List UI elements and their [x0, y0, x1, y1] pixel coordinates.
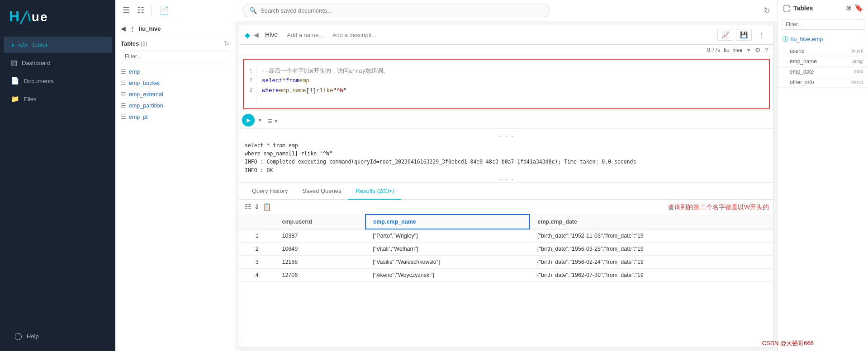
table-name-emp: emp [129, 69, 140, 75]
console-line-4: INFO : OK [245, 166, 768, 174]
row-2-empname: ["Vitali","Welham"] [365, 243, 530, 256]
table-item-emp-external[interactable]: ☰ emp_external [115, 89, 235, 100]
chart-btn[interactable]: 📈 [717, 29, 733, 41]
tab-results[interactable]: Results (200+) [348, 183, 401, 200]
col-userid: emp.userid [275, 215, 365, 229]
tables-actions: ↻ [224, 40, 229, 47]
output-console: - - - select * from emp where emp_name[1… [239, 129, 773, 183]
refresh-tables-btn[interactable]: ↻ [224, 40, 229, 47]
main-area: 🔍 ↻ ◆ ◀ Hive Add a name... Add a descrip… [235, 0, 778, 351]
db-header: ◀ ⋮ liu_hive [115, 21, 235, 36]
sidebar-item-dashboard[interactable]: ▤ Dashboard [4, 54, 112, 71]
search-input[interactable] [261, 7, 543, 14]
table-item-emp-partition[interactable]: ☰ emp_partition [115, 100, 235, 111]
history-btn[interactable]: ◀ [254, 31, 259, 38]
back-btn[interactable]: ◀ [121, 25, 126, 32]
row-num-3: 3 [239, 256, 275, 269]
right-panel-refresh-btn[interactable]: ◯ [783, 4, 791, 12]
console-line-2: where emp_name[1] rlike "^W" [245, 150, 768, 158]
exec-db: liu_hive [724, 47, 743, 53]
db-add-btn[interactable]: 📄 [157, 5, 171, 16]
sidebar-item-help[interactable]: ◯ Help [7, 328, 108, 345]
tab-saved-queries[interactable]: Saved Queries [295, 183, 348, 200]
right-panel-toolbar: ◯ Tables ⊗ 🔖 [778, 0, 868, 16]
results-area: ☷ ⇓ 📋 查询到的第二个名字都是以W开头的 emp.userid emp.em… [239, 200, 773, 347]
db-icon-btn[interactable]: ☰ [121, 5, 132, 16]
db-dropdown-icon[interactable]: ▼ [746, 47, 751, 53]
col-num [239, 215, 275, 229]
exec-info: 0.77s liu_hive ▼ ⚙ ? [239, 45, 773, 56]
more-btn[interactable]: ⋮ [754, 29, 768, 40]
col-emp-name: emp.emp_name [365, 215, 530, 229]
top-refresh-btn[interactable]: ↻ [764, 5, 770, 15]
run-btn[interactable]: ▶ [242, 114, 255, 126]
row-4-empname: ["Akeno","Woyczyznski"] [365, 269, 530, 282]
row-4-empdate: {"birth_date":"1962-07-30","from_date":"… [530, 269, 773, 282]
editor-engine-label: Hive [265, 31, 278, 38]
dashboard-icon: ▤ [11, 59, 17, 67]
row-1-empname: ["Parto","Wrigley"] [365, 229, 530, 243]
table-row: 1 10387 ["Parto","Wrigley"] {"birth_date… [239, 229, 773, 243]
code-bracket: [1] [306, 86, 317, 96]
field-row-empname: emp_name array [778, 56, 868, 67]
db-copy-btn[interactable]: ☷ [135, 5, 146, 16]
field-type-otherinfo: struct [851, 79, 863, 85]
right-panel-close-btn[interactable]: ⊗ [846, 4, 852, 12]
row-num-2: 2 [239, 243, 275, 256]
results-table: emp.userid emp.emp_name emp.emp_date 1 1… [239, 214, 773, 282]
top-bar-right: ↻ [764, 5, 770, 15]
code-from: from [286, 76, 299, 86]
table-item-emp-bucket[interactable]: ☰ emp_bucket [115, 77, 235, 89]
right-table-name[interactable]: ⓘ liu_hive.emp [778, 33, 868, 46]
help-query-icon[interactable]: ? [764, 47, 768, 54]
code-line-2: select * from emp [262, 76, 764, 86]
row-2-userid: 10649 [275, 243, 365, 256]
tab-query-history[interactable]: Query History [245, 183, 295, 200]
right-panel-bookmark-btn[interactable]: 🔖 [854, 4, 863, 12]
right-panel: ◯ Tables ⊗ 🔖 ⓘ liu_hive.emp userid bigin… [778, 0, 868, 351]
field-name-userid: userid [790, 48, 805, 54]
code-field: emp_name [279, 86, 306, 96]
sidebar-item-files-label: Files [24, 96, 36, 103]
code-space: * [282, 76, 286, 86]
table-row: 4 12706 ["Akeno","Woyczyznski"] {"birth_… [239, 269, 773, 282]
sidebar-item-files[interactable]: 📁 Files [4, 90, 112, 108]
sidebar-item-editor[interactable]: ► </> Editor [4, 37, 112, 53]
add-desc-btn[interactable]: Add a descripti... [330, 31, 379, 39]
console-sep-bottom: - - - [245, 175, 768, 183]
table-icon: ☰ [121, 102, 126, 109]
db-panel-toolbar: ☰ ☷ 📄 [115, 0, 235, 21]
download-btn[interactable]: ⇓ [254, 202, 260, 211]
db-stack-icon: ⋮ [129, 25, 135, 32]
add-name-btn[interactable]: Add a name... [284, 31, 326, 39]
table-item-emp[interactable]: ☰ emp [115, 66, 235, 77]
editor-toolbar-right: 📈 💾 ⋮ [717, 29, 768, 41]
code-content[interactable]: --最后一个名字以W开头的，访问array数组调。 select * from … [256, 65, 769, 103]
table-icon: ☰ [121, 80, 126, 86]
logo-area: H╱\ue [0, 0, 115, 32]
table-row: 2 10649 ["Vitali","Welham"] {"birth_date… [239, 243, 773, 256]
editor-container: ◆ ◀ Hive Add a name... Add a descripti..… [239, 25, 774, 347]
output-btn[interactable]: ☰ ▼ [268, 118, 279, 124]
code-string: "^W" [333, 86, 347, 96]
row-3-empname: ["Vasilis","Waleschkowski"] [365, 256, 530, 269]
save-btn[interactable]: 💾 [736, 29, 752, 41]
sidebar-item-documents[interactable]: 📄 Documents [4, 72, 112, 89]
sidebar-nav: ► </> Editor ▤ Dashboard 📄 Documents 📁 F… [0, 32, 115, 321]
sidebar-item-help-label: Help [27, 333, 39, 340]
grid-view-btn[interactable]: ☷ [245, 202, 251, 211]
settings-icon[interactable]: ⚙ [755, 47, 761, 54]
db-panel: ☰ ☷ 📄 ◀ ⋮ liu_hive Tables (5) ↻ ☰ emp ☰ … [115, 0, 235, 351]
table-item-emp-pt[interactable]: ☰ emp_pt [115, 111, 235, 122]
right-filter-input[interactable] [782, 19, 864, 30]
run-area: ▶ ▼ ☰ ▼ [239, 112, 773, 129]
table-name-emp-bucket: emp_bucket [129, 80, 160, 86]
right-panel-title: Tables [793, 5, 843, 12]
row-2-empdate: {"birth_date":"1956-03-25","from_date":"… [530, 243, 773, 256]
field-type-empname: array [852, 58, 863, 65]
tables-filter-input[interactable] [121, 51, 229, 62]
run-dropdown[interactable]: ▼ [257, 117, 262, 123]
copy-results-btn[interactable]: 📋 [262, 202, 271, 211]
hive-icon: ◆ [245, 31, 250, 39]
sidebar-item-documents-label: Documents [24, 78, 54, 84]
